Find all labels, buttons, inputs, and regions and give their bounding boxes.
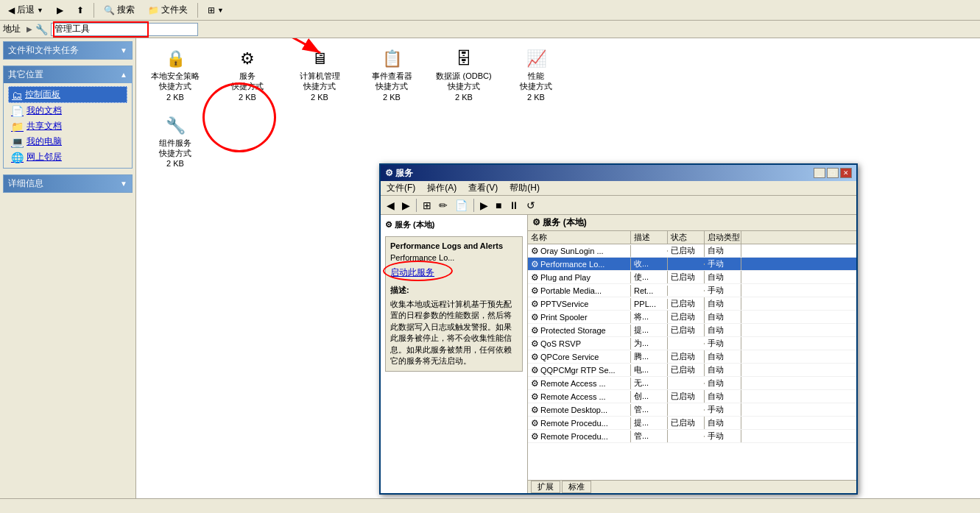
search-button[interactable]: 🔍 搜索 xyxy=(99,1,140,18)
folders-button[interactable]: 📁 文件夹 xyxy=(143,1,193,18)
col-desc[interactable]: 描述 xyxy=(631,231,668,244)
services-list: ⚙ Oray SunLogin ... 已启动 自动 ⚙ Performance… xyxy=(528,244,856,480)
sidebar-item-control-panel[interactable]: 🗂 控制面板 xyxy=(8,86,127,103)
tb-back-icon[interactable]: ◀ xyxy=(384,198,398,213)
forward-button[interactable]: ▶ xyxy=(52,3,68,18)
svc-name-cell: ⚙ Remote Procedu... xyxy=(528,417,631,429)
sidebar-item-shared-docs[interactable]: 📁 共享文档 xyxy=(8,118,127,134)
forward-icon: ▶ xyxy=(57,5,63,15)
menu-file[interactable]: 文件(F) xyxy=(384,181,418,195)
views-button[interactable]: ⊞ ▼ xyxy=(202,3,229,18)
window-controls: _ □ ✕ xyxy=(814,168,852,178)
left-panel-header: ⚙ 服务 (本地) xyxy=(385,219,523,230)
tb-sep2 xyxy=(473,199,474,212)
tb-grid-icon[interactable]: ⊞ xyxy=(420,198,434,213)
tab-expand[interactable]: 扩展 xyxy=(531,481,560,493)
my-computer-icon: 💻 xyxy=(11,136,24,148)
service-row[interactable]: ⚙ QQPCMgr RTP Se... 电... 已启动 自动 xyxy=(528,364,856,377)
service-row[interactable]: ⚙ Oray SunLogin ... 已启动 自动 xyxy=(528,244,856,258)
icon-component-services[interactable]: 🔧 组件服务快捷方式2 KB xyxy=(142,111,208,172)
icon-local-security[interactable]: 🔒 本地安全策略快捷方式2 KB xyxy=(142,44,208,105)
details-section: 详细信息 ▼ xyxy=(3,174,133,193)
svc-name-cell: ⚙ Remote Procedu... xyxy=(528,431,631,442)
views-dropdown-icon[interactable]: ▼ xyxy=(217,7,224,14)
services-toolbar: ◀ ▶ ⊞ ✏ 📄 ▶ ■ ⏸ ↺ xyxy=(381,196,856,215)
other-places-header[interactable]: 其它位置 ▲ xyxy=(4,66,132,83)
tb-restart-icon[interactable]: ↺ xyxy=(524,198,538,213)
service-description-text: 收集本地或远程计算机基于预先配置的日程参数的性能数据，然后将此数据写入日志或触发… xyxy=(390,299,518,367)
start-service-link[interactable]: 启动此服务 xyxy=(390,267,434,277)
tb-pause-icon[interactable]: ⏸ xyxy=(506,198,522,213)
service-row[interactable]: ⚙ Performance Lo... 收... 手动 xyxy=(528,258,856,271)
tab-standard[interactable]: 标准 xyxy=(562,481,591,493)
menu-help[interactable]: 帮助(H) xyxy=(507,181,543,195)
service-row[interactable]: ⚙ PPTVService PPL... 已启动 自动 xyxy=(528,297,856,311)
service-row[interactable]: ⚙ Remote Access ... 创... 已启动 自动 xyxy=(528,390,856,403)
sidebar-item-network[interactable]: 🌐 网上邻居 xyxy=(8,149,127,165)
svc-startup-cell: 自动 xyxy=(705,311,741,323)
file-tasks-header[interactable]: 文件和文件夹任务 ▼ xyxy=(4,42,132,59)
svc-startup-cell: 自动 xyxy=(705,350,741,363)
service-row[interactable]: ⚙ Remote Procedu... 提... 已启动 自动 xyxy=(528,417,856,430)
service-details-panel: Performance Logs and Alerts Performance … xyxy=(385,236,523,372)
tb-stop-icon[interactable]: ■ xyxy=(493,198,504,213)
service-row[interactable]: ⚙ Remote Desktop... 管... 手动 xyxy=(528,403,856,417)
back-icon: ◀ xyxy=(8,5,15,15)
service-row[interactable]: ⚙ Protected Storage 提... 已启动 自动 xyxy=(528,324,856,337)
svc-startup-cell: 自动 xyxy=(705,417,741,429)
back-dropdown-icon[interactable]: ▼ xyxy=(37,7,43,14)
tb-forward-icon[interactable]: ▶ xyxy=(399,198,413,213)
my-docs-icon: 📄 xyxy=(11,105,24,117)
service-row[interactable]: ⚙ Plug and Play 使... 已启动 自动 xyxy=(528,271,856,284)
main-layout: 文件和文件夹任务 ▼ 其它位置 ▲ 🗂 控制面板 📄 我的 xyxy=(0,38,980,498)
tb-edit-icon[interactable]: ✏ xyxy=(436,198,451,213)
col-status[interactable]: 状态 xyxy=(668,231,705,244)
icon-odbc[interactable]: 🗄 数据源 (ODBC)快捷方式2 KB xyxy=(431,44,497,105)
icon-performance[interactable]: 📈 性能快捷方式2 KB xyxy=(503,44,569,105)
control-panel-icon: 🗂 xyxy=(12,89,22,101)
svc-startup-cell: 自动 xyxy=(705,324,741,336)
service-row[interactable]: ⚙ Remote Access ... 无... 自动 xyxy=(528,377,856,390)
menu-action[interactable]: 操作(A) xyxy=(424,181,459,195)
sidebar-item-my-docs[interactable]: 📄 我的文档 xyxy=(8,103,127,118)
close-button[interactable]: ✕ xyxy=(840,168,852,178)
service-row[interactable]: ⚙ Print Spooler 将... 已启动 自动 xyxy=(528,311,856,324)
service-row[interactable]: ⚙ Portable Media... Ret... 手动 xyxy=(528,284,856,297)
service-row[interactable]: ⚙ QPCore Service 腾... 已启动 自动 xyxy=(528,350,856,364)
back-button[interactable]: ◀ 后退 ▼ xyxy=(3,1,49,18)
icon-services[interactable]: ⚙ 服务快捷方式2 KB xyxy=(214,44,281,105)
svc-name-cell: ⚙ QPCore Service xyxy=(528,351,631,363)
svc-status-cell: 已启动 xyxy=(668,311,705,323)
icon-computer-mgmt[interactable]: 🖥 计算机管理快捷方式2 KB xyxy=(286,44,353,105)
svc-status-cell: 已启动 xyxy=(668,244,705,257)
svc-status-cell: 已启动 xyxy=(668,390,705,403)
menu-view[interactable]: 查看(V) xyxy=(465,181,501,195)
svc-startup-cell: 自动 xyxy=(705,297,741,310)
sidebar-item-my-computer[interactable]: 💻 我的电脑 xyxy=(8,134,127,149)
svc-startup-cell: 手动 xyxy=(705,337,741,350)
services-statusbar: 扩展 标准 xyxy=(528,480,856,493)
col-startup[interactable]: 启动类型 xyxy=(705,231,741,244)
address-input[interactable] xyxy=(51,23,198,36)
maximize-button[interactable]: □ xyxy=(827,168,839,178)
svc-name-cell: ⚙ Plug and Play xyxy=(528,272,631,283)
details-header[interactable]: 详细信息 ▼ xyxy=(4,175,132,192)
file-tasks-chevron: ▼ xyxy=(120,46,127,54)
start-service-container: 启动此服务 xyxy=(390,266,434,279)
icon-event-viewer[interactable]: 📋 事件查看器快捷方式2 KB xyxy=(359,44,425,105)
service-row[interactable]: ⚙ QoS RSVP 为... 手动 xyxy=(528,337,856,350)
up-button[interactable]: ⬆ xyxy=(71,3,89,18)
tb-play-icon[interactable]: ▶ xyxy=(477,198,491,213)
computer-mgmt-icon: 🖥 xyxy=(308,47,331,71)
svc-desc-cell: 提... xyxy=(631,324,668,336)
svc-status-cell xyxy=(668,290,705,291)
service-row[interactable]: ⚙ Remote Procedu... 管... 手动 xyxy=(528,430,856,443)
minimize-button[interactable]: _ xyxy=(814,168,825,178)
tb-doc-icon[interactable]: 📄 xyxy=(452,198,470,213)
services-window: ⚙ 服务 _ □ ✕ 文件(F) 操作(A) 查看(V) 帮助(H) xyxy=(379,163,858,495)
svc-startup-cell: 手动 xyxy=(705,403,741,416)
svc-status-cell xyxy=(668,343,705,344)
views-icon: ⊞ xyxy=(208,5,215,15)
col-name[interactable]: 名称 xyxy=(528,231,631,244)
svc-name-cell: ⚙ Remote Desktop... xyxy=(528,404,631,416)
